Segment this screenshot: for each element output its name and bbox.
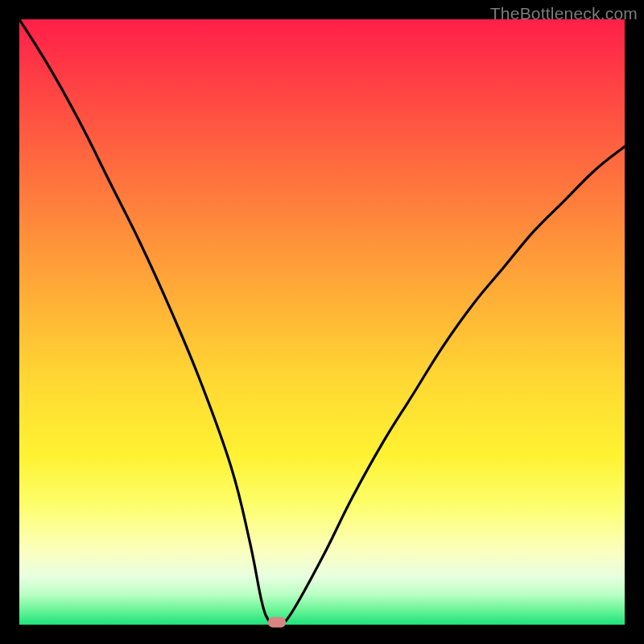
watermark-label: TheBottleneck.com — [490, 4, 638, 23]
optimal-marker — [268, 617, 286, 628]
plot-area — [19, 19, 625, 625]
